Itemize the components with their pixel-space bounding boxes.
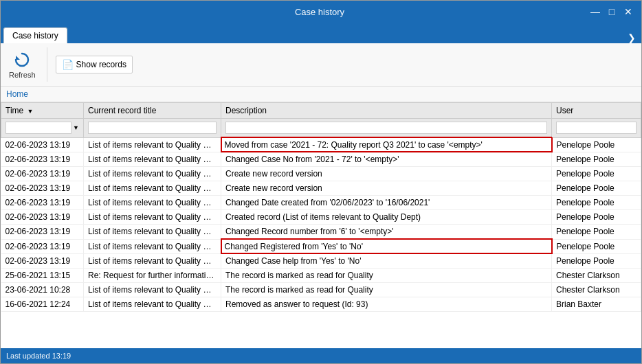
- filter-input-description[interactable]: [225, 122, 547, 134]
- cell-user: Penelope Poole: [552, 167, 641, 181]
- header-row: Time ▼ Current record title Description …: [1, 103, 641, 119]
- cell-record: List of items relevant to Quality Dept: [84, 283, 221, 297]
- cell-record: List of items relevant to Quality Dept: [84, 152, 221, 167]
- filter-input-user[interactable]: [556, 122, 637, 134]
- cell-record: List of items relevant to Quality Dept: [84, 167, 221, 181]
- close-button[interactable]: ✕: [621, 4, 636, 19]
- tab-case-history[interactable]: Case history: [3, 27, 67, 43]
- maximize-button[interactable]: □: [604, 4, 619, 19]
- cell-record: List of items relevant to Quality Dept: [84, 253, 221, 269]
- cell-user: Chester Clarkson: [552, 283, 641, 297]
- cell-user: Penelope Poole: [552, 225, 641, 240]
- cell-time: 02-06-2023 13:19: [1, 137, 84, 152]
- cell-description: Create new record version: [221, 167, 552, 181]
- cell-time: 23-06-2021 10:28: [1, 283, 84, 297]
- cell-description: Created record (List of items relevant t…: [221, 210, 552, 225]
- cell-time: 02-06-2023 13:19: [1, 253, 84, 269]
- filter-cell-description: [221, 119, 552, 138]
- filter-cell-record: [84, 119, 221, 138]
- table-row: 02-06-2023 13:19List of items relevant t…: [1, 196, 641, 210]
- filter-input-time[interactable]: [5, 122, 71, 134]
- cell-description: Create new record version: [221, 181, 552, 196]
- cell-record: Re: Request for further information 2: [84, 269, 221, 283]
- cell-user: Penelope Poole: [552, 196, 641, 210]
- cell-record: List of items relevant to Quality Dept: [84, 137, 221, 152]
- cell-description: Removed as answer to request (Id: 93): [221, 297, 552, 312]
- data-table: Time ▼ Current record title Description …: [1, 102, 641, 312]
- cell-user: Chester Clarkson: [552, 269, 641, 283]
- sort-icon-time: ▼: [27, 108, 34, 115]
- refresh-icon: [12, 50, 32, 69]
- table-row: 02-06-2023 13:19List of items relevant t…: [1, 210, 641, 225]
- cell-user: Penelope Poole: [552, 239, 641, 253]
- col-header-user[interactable]: User: [552, 103, 641, 119]
- cell-time: 02-06-2023 13:19: [1, 239, 84, 253]
- time-filter-dropdown[interactable]: ▼: [73, 124, 79, 131]
- filter-cell-user: [552, 119, 641, 138]
- status-bar: Last updated 13:19: [1, 348, 641, 363]
- status-text: Last updated 13:19: [6, 352, 71, 360]
- cell-record: List of items relevant to Quality Dept: [84, 225, 221, 240]
- cell-description: Changed Case No from '2021 - 72' to '<em…: [221, 152, 552, 167]
- toolbar-separator: [47, 47, 47, 82]
- table-body: 02-06-2023 13:19List of items relevant t…: [1, 137, 641, 312]
- cell-user: Penelope Poole: [552, 210, 641, 225]
- col-header-record[interactable]: Current record title: [84, 103, 221, 119]
- show-records-button[interactable]: 📄 Show records: [56, 56, 133, 73]
- minimize-button[interactable]: —: [588, 4, 603, 19]
- cell-record: List of items relevant to Quality Dept: [84, 239, 221, 253]
- cell-record: List of items relevant to Quality Dept: [84, 181, 221, 196]
- cell-record: List of items relevant to Quality Dept: [84, 297, 221, 312]
- table-row: 16-06-2021 12:24List of items relevant t…: [1, 297, 641, 312]
- breadcrumb-bar: Home: [1, 87, 641, 102]
- cell-time: 02-06-2023 13:19: [1, 210, 84, 225]
- table-row: 02-06-2023 13:19List of items relevant t…: [1, 137, 641, 152]
- breadcrumb-home[interactable]: Home: [6, 89, 28, 99]
- cell-description: Changed Record number from '6' to '<empt…: [221, 225, 552, 240]
- main-window: Case history — □ ✕ Case history ❯ Refres…: [0, 0, 642, 364]
- tab-chevron[interactable]: ❯: [628, 32, 636, 43]
- table-row: 02-06-2023 13:19List of items relevant t…: [1, 167, 641, 181]
- cell-user: Penelope Poole: [552, 152, 641, 167]
- window-title: Case history: [52, 7, 588, 17]
- cell-user: Penelope Poole: [552, 253, 641, 269]
- cell-description: The record is marked as read for Quality: [221, 269, 552, 283]
- cell-time: 02-06-2023 13:19: [1, 181, 84, 196]
- table-row: 02-06-2023 13:19List of items relevant t…: [1, 181, 641, 196]
- table-row: 25-06-2021 13:15Re: Request for further …: [1, 269, 641, 283]
- window-controls: — □ ✕: [588, 4, 636, 19]
- filter-row: ▼: [1, 119, 641, 138]
- table-row: 02-06-2023 13:19List of items relevant t…: [1, 239, 641, 253]
- col-header-description[interactable]: Description: [221, 103, 552, 119]
- cell-time: 25-06-2021 13:15: [1, 269, 84, 283]
- col-header-time[interactable]: Time ▼: [1, 103, 84, 119]
- cell-time: 02-06-2023 13:19: [1, 167, 84, 181]
- title-bar: Case history — □ ✕: [1, 1, 641, 23]
- cell-user: Brian Baxter: [552, 297, 641, 312]
- table-wrapper[interactable]: Time ▼ Current record title Description …: [1, 102, 641, 348]
- filter-input-record[interactable]: [88, 122, 217, 134]
- cell-time: 02-06-2023 13:19: [1, 152, 84, 167]
- cell-time: 02-06-2023 13:19: [1, 225, 84, 240]
- cell-record: List of items relevant to Quality Dept: [84, 210, 221, 225]
- cell-description: Changed Case help from 'Yes' to 'No': [221, 253, 552, 269]
- cell-record: List of items relevant to Quality Dept: [84, 196, 221, 210]
- cell-description: The record is marked as read for Quality: [221, 283, 552, 297]
- filter-cell-time: ▼: [1, 119, 84, 138]
- refresh-button[interactable]: Refresh: [6, 47, 38, 82]
- cell-user: Penelope Poole: [552, 137, 641, 152]
- table-row: 02-06-2023 13:19List of items relevant t…: [1, 253, 641, 269]
- tab-close-area: ❯: [628, 32, 639, 43]
- table-row: 02-06-2023 13:19List of items relevant t…: [1, 152, 641, 167]
- tab-bar: Case history ❯: [1, 23, 641, 43]
- table-row: 23-06-2021 10:28List of items relevant t…: [1, 283, 641, 297]
- show-records-label: Show records: [76, 60, 126, 69]
- cell-time: 02-06-2023 13:19: [1, 196, 84, 210]
- cell-description: Changed Registered from 'Yes' to 'No': [221, 239, 552, 253]
- table-row: 02-06-2023 13:19List of items relevant t…: [1, 225, 641, 240]
- cell-description: Moved from case '2021 - 72: Quality repo…: [221, 137, 552, 152]
- cell-time: 16-06-2021 12:24: [1, 297, 84, 312]
- toolbar: Refresh 📄 Show records: [1, 43, 641, 87]
- document-icon: 📄: [62, 59, 74, 70]
- svg-marker-0: [16, 56, 20, 60]
